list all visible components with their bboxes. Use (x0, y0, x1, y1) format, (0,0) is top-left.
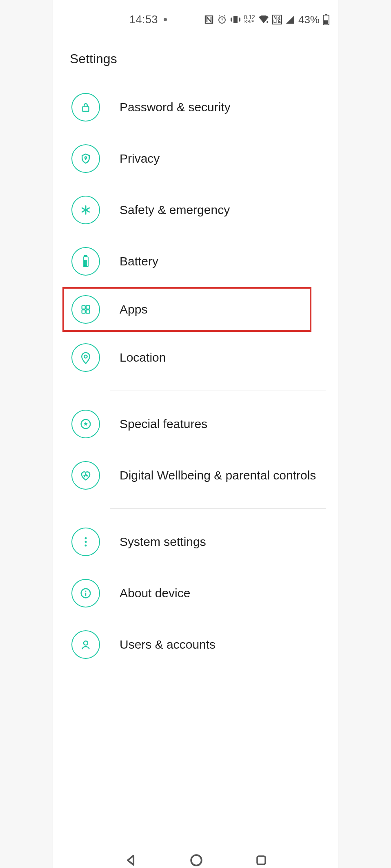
settings-item-label: System settings (120, 535, 206, 549)
settings-item-label: Special features (120, 417, 207, 431)
volte-icon: Vo) LTE (272, 15, 282, 24)
asterisk-icon (71, 196, 100, 224)
svg-point-23 (84, 641, 88, 645)
signal-icon (285, 15, 295, 24)
svg-rect-7 (83, 107, 89, 111)
person-icon (71, 630, 100, 659)
settings-item-privacy[interactable]: Privacy (53, 133, 338, 184)
notification-dot-icon (164, 18, 167, 21)
data-speed-indicator: 0.12 KB/S (244, 15, 255, 24)
grid-icon (71, 295, 100, 324)
star-circle-icon (71, 410, 100, 438)
svg-rect-2 (233, 16, 238, 23)
settings-item-users-accounts[interactable]: Users & accounts (53, 619, 338, 659)
svg-point-18 (85, 537, 87, 539)
settings-item-about-device[interactable]: About device (53, 568, 338, 619)
settings-item-label: Apps (120, 303, 147, 316)
pin-icon (71, 343, 100, 372)
wifi-icon (258, 15, 269, 24)
svg-point-8 (85, 157, 87, 159)
status-bar: 14:53 (53, 11, 338, 29)
battery-icon (71, 247, 100, 276)
svg-rect-11 (84, 260, 87, 265)
svg-point-19 (85, 541, 87, 543)
settings-item-apps[interactable]: Apps (62, 287, 311, 332)
section-divider (110, 508, 326, 509)
settings-item-system-settings[interactable]: System settings (53, 516, 338, 568)
settings-item-label: Password & security (120, 100, 231, 114)
svg-point-22 (85, 591, 87, 592)
section-divider (110, 391, 326, 391)
clock: 14:53 (129, 13, 158, 26)
info-icon (71, 579, 100, 607)
settings-item-digital-wellbeing[interactable]: Digital Wellbeing & parental controls (53, 450, 338, 501)
settings-item-password-security[interactable]: Password & security (53, 82, 338, 133)
svg-rect-14 (82, 310, 85, 313)
svg-point-3 (267, 21, 268, 23)
svg-rect-6 (324, 20, 328, 24)
svg-point-16 (84, 355, 87, 358)
home-button[interactable] (189, 853, 203, 867)
back-button[interactable] (124, 853, 138, 867)
settings-item-battery[interactable]: Battery (53, 236, 338, 287)
settings-item-special-features[interactable]: Special features (53, 398, 338, 450)
svg-rect-13 (86, 306, 89, 309)
navigation-bar (53, 842, 338, 868)
lock-icon (71, 93, 100, 121)
svg-rect-12 (82, 306, 85, 309)
svg-rect-15 (86, 310, 89, 313)
settings-item-label: Safety & emergency (120, 203, 230, 217)
heart-icon (71, 461, 100, 490)
battery-icon (323, 14, 329, 25)
settings-item-label: Location (120, 351, 166, 364)
svg-rect-25 (257, 856, 265, 864)
svg-point-24 (191, 855, 202, 866)
settings-item-label: About device (120, 586, 190, 600)
settings-item-label: Privacy (120, 152, 160, 166)
recents-button[interactable] (255, 854, 267, 866)
settings-item-safety-emergency[interactable]: Safety & emergency (53, 184, 338, 236)
svg-point-20 (85, 545, 87, 547)
more-vertical-icon (71, 528, 100, 556)
nfc-icon (204, 15, 214, 24)
settings-item-label: Users & accounts (120, 638, 215, 652)
settings-item-label: Digital Wellbeing & parental controls (120, 468, 316, 482)
page-header: Settings (53, 29, 338, 78)
alarm-icon (217, 15, 227, 24)
page-title: Settings (70, 51, 338, 66)
settings-item-label: Battery (120, 254, 158, 268)
settings-item-location[interactable]: Location (53, 332, 338, 383)
settings-list: Password & security Privacy Safety & eme… (53, 78, 338, 659)
vibrate-icon (230, 15, 241, 24)
battery-percentage: 43% (298, 13, 320, 26)
shield-key-icon (71, 144, 100, 173)
